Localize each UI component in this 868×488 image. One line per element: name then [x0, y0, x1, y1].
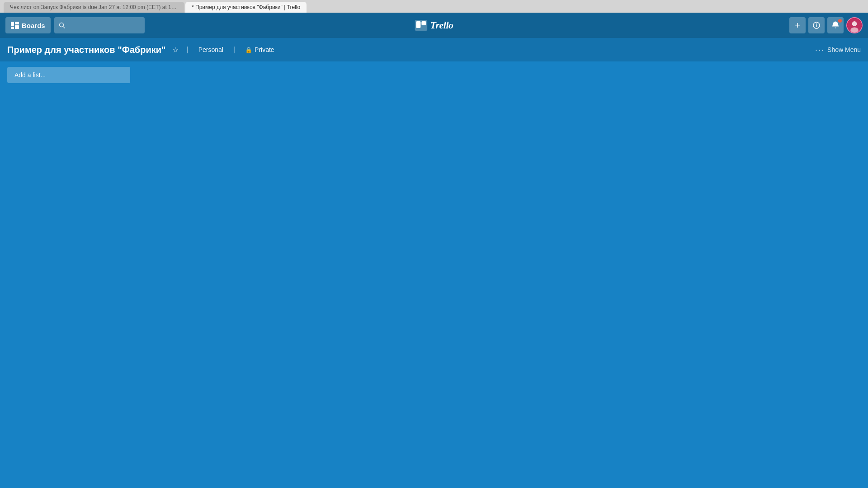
notification-badge	[838, 19, 842, 23]
plus-icon: +	[795, 20, 800, 31]
svg-rect-8	[421, 21, 426, 25]
svg-line-5	[63, 27, 65, 28]
user-avatar[interactable]	[846, 17, 863, 33]
info-icon: i	[813, 22, 820, 29]
info-button[interactable]: i	[808, 17, 825, 33]
gmail-browser-tab[interactable]: Чек лист on Запуск Фабрики is due Jan 27…	[4, 2, 184, 13]
navbar: Boards Trello +	[0, 13, 868, 38]
svg-rect-3	[15, 25, 19, 29]
search-input[interactable]	[68, 22, 140, 29]
privacy-label: Private	[255, 46, 274, 53]
svg-point-12	[852, 21, 857, 26]
trello-logo: Trello	[415, 19, 453, 31]
trello-tab-label: * Пример для участников "Фабрики" | Trel…	[192, 4, 300, 10]
trello-browser-tab[interactable]: * Пример для участников "Фабрики" | Trel…	[185, 2, 307, 13]
boards-button[interactable]: Boards	[5, 17, 51, 33]
svg-text:i: i	[816, 23, 817, 28]
star-icon: ☆	[172, 46, 179, 54]
add-button[interactable]: +	[789, 17, 806, 33]
search-icon	[59, 22, 65, 28]
workspace-button[interactable]: Personal	[195, 44, 227, 55]
nav-right-actions: + i	[789, 17, 863, 33]
privacy-button[interactable]: 🔒 Private	[241, 44, 278, 55]
bell-icon	[831, 21, 840, 29]
show-menu-button[interactable]: Show Menu	[827, 46, 861, 53]
show-menu-area: ··· Show Menu	[815, 45, 861, 55]
board-header: Пример для участников "Фабрики" ☆ | Pers…	[0, 38, 868, 61]
svg-rect-1	[15, 22, 19, 24]
gmail-tab-label: Чек лист on Запуск Фабрики is due Jan 27…	[10, 4, 178, 10]
board-content: Add a list...	[0, 61, 868, 89]
browser-tabs-bar: Чек лист on Запуск Фабрики is due Jan 27…	[0, 0, 868, 13]
notifications-button[interactable]	[827, 17, 844, 33]
lock-icon: 🔒	[245, 47, 252, 53]
workspace-label: Personal	[198, 46, 223, 53]
trello-logo-icon	[415, 20, 427, 31]
svg-rect-2	[11, 27, 14, 29]
divider-2: |	[231, 46, 237, 54]
svg-point-13	[850, 27, 859, 33]
search-bar[interactable]	[54, 17, 145, 33]
star-button[interactable]: ☆	[170, 44, 180, 56]
more-options-button[interactable]: ···	[815, 45, 825, 55]
avatar-image	[847, 18, 862, 33]
boards-icon	[11, 22, 19, 29]
svg-rect-0	[11, 22, 14, 26]
divider-1: |	[185, 46, 190, 54]
add-list-button[interactable]: Add a list...	[7, 67, 130, 83]
svg-rect-7	[416, 21, 420, 28]
trello-logo-text: Trello	[430, 19, 453, 31]
boards-label: Boards	[22, 22, 45, 29]
board-title: Пример для участников "Фабрики"	[7, 45, 166, 55]
browser-chrome: Чек лист on Запуск Фабрики is due Jan 27…	[0, 0, 868, 13]
